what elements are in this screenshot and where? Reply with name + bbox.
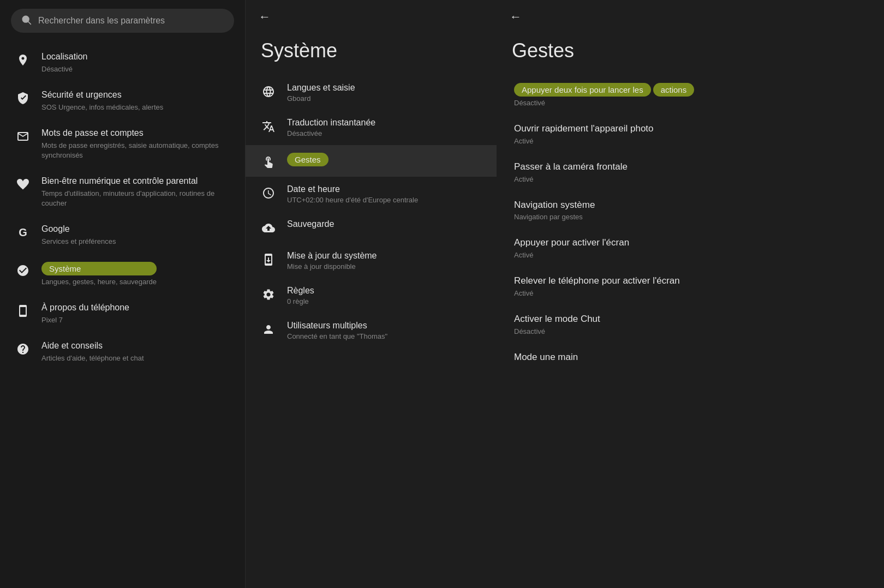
sidebar-item-google[interactable]: G Google Services et préférences [4, 216, 241, 254]
activer-ecran-title: Appuyer pour activer l'écran [514, 236, 867, 249]
mode-chut-title: Activer le mode Chut [514, 313, 867, 326]
miseajour-text: Mise à jour du système Mise à jour dispo… [287, 251, 377, 271]
right-back[interactable]: ← [497, 0, 884, 34]
password-icon [15, 129, 31, 144]
search-icon [21, 14, 32, 27]
traduction-title: Traduction instantanée [287, 118, 375, 128]
navigation-title: Navigation système [514, 199, 867, 212]
miseajour-title: Mise à jour du système [287, 251, 377, 261]
geste-navigation[interactable]: Navigation système Navigation par gestes [497, 191, 884, 229]
datetime-subtitle: UTC+02:00 heure d'été d'Europe centrale [287, 196, 418, 204]
aide-subtitle: Articles d'aide, téléphone et chat [41, 353, 144, 363]
setting-sauvegarde[interactable]: Sauvegarde [246, 212, 497, 243]
geste-activer-ecran[interactable]: Appuyer pour activer l'écran Activé [497, 229, 884, 267]
systeme-badge: Système [41, 262, 157, 275]
apropos-subtitle: Pixel 7 [41, 315, 129, 325]
miseajour-subtitle: Mise à jour disponible [287, 262, 377, 271]
middle-panel: ← Système Langues et saisie Gboard Tradu… [246, 0, 497, 588]
left-panel: Rechercher dans les paramètres Localisat… [0, 0, 246, 588]
sidebar-item-systeme[interactable]: Système Langues, gestes, heure, sauvegar… [4, 254, 241, 295]
google-title: Google [41, 224, 116, 235]
geste-mode-chut[interactable]: Activer le mode Chut Désactivé [497, 305, 884, 343]
motsdepasse-subtitle: Mots de passe enregistrés, saisie automa… [41, 141, 230, 160]
securite-subtitle: SOS Urgence, infos médicales, alertes [41, 103, 163, 112]
security-icon [15, 91, 31, 106]
middle-back[interactable]: ← [246, 0, 497, 34]
utilisateurs-title: Utilisateurs multiples [287, 321, 387, 331]
motsdepasse-title: Mots de passe et comptes [41, 128, 230, 139]
setting-miseajour[interactable]: Mise à jour du système Mise à jour dispo… [246, 243, 497, 278]
securite-text: Sécurité et urgences SOS Urgence, infos … [41, 89, 163, 112]
setting-utilisateurs[interactable]: Utilisateurs multiples Connecté en tant … [246, 313, 497, 348]
utilisateurs-subtitle: Connecté en tant que "Thomas" [287, 332, 387, 340]
apropos-text: À propos du téléphone Pixel 7 [41, 302, 129, 325]
gestes-text: Gestes [287, 153, 328, 166]
navigation-subtitle: Navigation par gestes [514, 213, 867, 221]
sidebar-item-securite[interactable]: Sécurité et urgences SOS Urgence, infos … [4, 82, 241, 120]
sidebar-item-localisation[interactable]: Localisation Désactivé [4, 44, 241, 82]
geste-relever-telephone[interactable]: Relever le téléphone pour activer l'écra… [497, 267, 884, 305]
systeme-text: Système Langues, gestes, heure, sauvegar… [41, 262, 157, 287]
right-panel: ← Gestes Appuyer deux fois pour lancer l… [497, 0, 884, 588]
google-text: Google Services et préférences [41, 224, 116, 247]
gestes-badge: Gestes [287, 153, 328, 166]
translate-icon [261, 119, 276, 134]
double-appui-badge-wrap: Appuyer deux fois pour lancer les action… [514, 83, 867, 97]
traduction-text: Traduction instantanée Désactivée [287, 118, 375, 137]
relever-telephone-subtitle: Activé [514, 289, 867, 297]
sauvegarde-title: Sauvegarde [287, 219, 334, 229]
utilisateurs-text: Utilisateurs multiples Connecté en tant … [287, 321, 387, 340]
relever-telephone-title: Relever le téléphone pour activer l'écra… [514, 274, 867, 287]
right-panel-title: Gestes [497, 34, 884, 75]
back-arrow-middle[interactable]: ← [259, 10, 271, 24]
update-icon [261, 252, 276, 267]
activer-ecran-subtitle: Activé [514, 251, 867, 259]
localisation-title: Localisation [41, 51, 88, 63]
geste-double-appui[interactable]: Appuyer deux fois pour lancer les action… [497, 75, 884, 115]
geste-ouvrir-photo[interactable]: Ouvrir rapidement l'appareil photo Activ… [497, 115, 884, 153]
search-bar[interactable]: Rechercher dans les paramètres [11, 9, 234, 33]
google-icon: G [15, 225, 31, 240]
wellbeing-icon [15, 177, 31, 192]
mode-chut-subtitle: Désactivé [514, 327, 867, 335]
localisation-subtitle: Désactivé [41, 64, 88, 74]
geste-camera-frontale[interactable]: Passer à la caméra frontale Activé [497, 153, 884, 191]
camera-frontale-title: Passer à la caméra frontale [514, 160, 867, 173]
regles-subtitle: 0 règle [287, 297, 314, 305]
clock-icon [261, 185, 276, 201]
back-arrow-right[interactable]: ← [510, 10, 522, 24]
camera-frontale-subtitle: Activé [514, 175, 867, 183]
geste-mode-main[interactable]: Mode une main [497, 343, 884, 371]
traduction-subtitle: Désactivée [287, 129, 375, 137]
setting-gestes[interactable]: Gestes [246, 145, 497, 177]
location-icon [15, 52, 31, 68]
sidebar-item-apropos[interactable]: À propos du téléphone Pixel 7 [4, 295, 241, 333]
gesture-icon [261, 154, 276, 169]
setting-regles[interactable]: Règles 0 règle [246, 278, 497, 313]
sidebar-item-motsdepasse[interactable]: Mots de passe et comptes Mots de passe e… [4, 120, 241, 168]
langues-title: Langues et saisie [287, 83, 355, 93]
ouvrir-photo-subtitle: Activé [514, 137, 867, 145]
setting-langues[interactable]: Langues et saisie Gboard [246, 75, 497, 110]
systeme-subtitle: Langues, gestes, heure, sauvegarde [41, 277, 157, 287]
sauvegarde-text: Sauvegarde [287, 219, 334, 229]
globe-icon [261, 84, 276, 99]
sidebar-item-aide[interactable]: Aide et conseils Articles d'aide, téléph… [4, 333, 241, 371]
rules-icon [261, 287, 276, 302]
langues-text: Langues et saisie Gboard [287, 83, 355, 103]
setting-traduction[interactable]: Traduction instantanée Désactivée [246, 110, 497, 145]
langues-subtitle: Gboard [287, 94, 355, 103]
google-subtitle: Services et préférences [41, 237, 116, 247]
phone-icon [15, 303, 31, 319]
datetime-text: Date et heure UTC+02:00 heure d'été d'Eu… [287, 184, 418, 204]
middle-panel-title: Système [246, 34, 497, 75]
ouvrir-photo-title: Ouvrir rapidement l'appareil photo [514, 122, 867, 135]
double-appui-badge2: actions [653, 83, 695, 97]
search-placeholder: Rechercher dans les paramètres [38, 16, 165, 26]
setting-datetime[interactable]: Date et heure UTC+02:00 heure d'été d'Eu… [246, 177, 497, 212]
svg-line-1 [28, 22, 31, 25]
double-appui-subtitle: Désactivé [514, 99, 867, 107]
system-icon [15, 263, 31, 278]
sidebar-item-bienetre[interactable]: Bien-être numérique et contrôle parental… [4, 168, 241, 216]
aide-title: Aide et conseils [41, 340, 144, 352]
